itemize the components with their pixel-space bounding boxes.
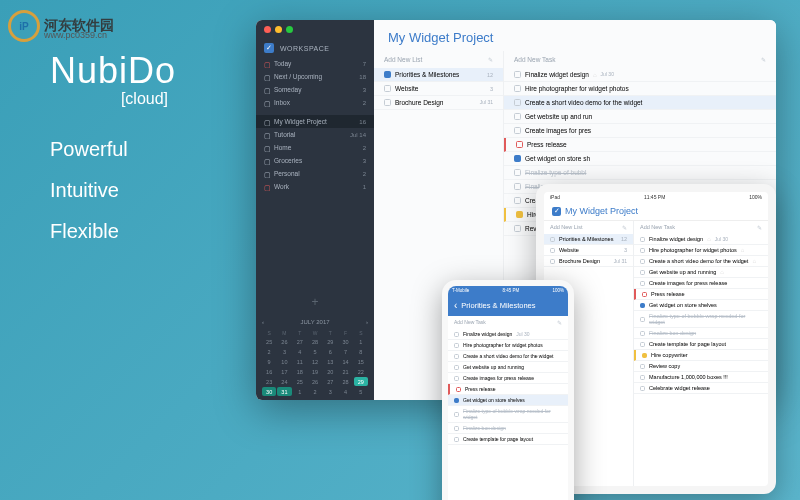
task-row[interactable]: Hire photographer for widget photos xyxy=(504,82,776,96)
cal-day[interactable]: 16 xyxy=(262,367,276,376)
cal-day[interactable]: 8 xyxy=(354,347,368,356)
checkbox-icon[interactable] xyxy=(454,412,459,417)
cal-day[interactable]: 14 xyxy=(338,357,352,366)
cal-day[interactable]: 13 xyxy=(323,357,337,366)
checkbox-icon[interactable] xyxy=(640,248,645,253)
add-task-label[interactable]: Add New Task xyxy=(640,224,675,231)
list-row[interactable]: Brochure DesignJul 31 xyxy=(374,96,503,110)
cal-day[interactable]: 5 xyxy=(308,347,322,356)
task-row[interactable]: Finalize box design xyxy=(448,423,568,434)
task-row[interactable]: Create images for press release xyxy=(448,373,568,384)
cal-day[interactable]: 22 xyxy=(354,367,368,376)
task-row[interactable]: Finalize type of bubble wrap needed for … xyxy=(634,311,768,328)
checkbox-icon[interactable] xyxy=(550,237,555,242)
cal-day[interactable]: 25 xyxy=(293,377,307,386)
cal-day[interactable]: 27 xyxy=(293,337,307,346)
task-row[interactable]: Finalize widget designJul 30 xyxy=(448,329,568,340)
app-icon[interactable]: ✓ xyxy=(552,207,561,216)
cal-day[interactable]: 15 xyxy=(354,357,368,366)
cal-day[interactable]: 10 xyxy=(277,357,291,366)
cal-next-icon[interactable]: › xyxy=(366,319,368,325)
cal-day[interactable]: 3 xyxy=(323,387,337,396)
checkbox-icon[interactable] xyxy=(516,211,523,218)
task-row[interactable]: Celebrate widget release xyxy=(634,383,768,394)
checkbox-icon[interactable] xyxy=(514,127,521,134)
cal-day[interactable]: 30 xyxy=(262,387,276,396)
checkbox-icon[interactable] xyxy=(514,225,521,232)
cal-day[interactable]: 26 xyxy=(277,337,291,346)
checkbox-icon[interactable] xyxy=(454,437,459,442)
cal-day[interactable]: 7 xyxy=(338,347,352,356)
checkbox-icon[interactable] xyxy=(454,426,459,431)
cal-day[interactable]: 25 xyxy=(262,337,276,346)
close-icon[interactable] xyxy=(264,26,271,33)
cal-day[interactable]: 5 xyxy=(354,387,368,396)
checkbox-icon[interactable] xyxy=(640,317,645,322)
cal-day[interactable]: 27 xyxy=(323,377,337,386)
task-row[interactable]: Get website up and running⌂ xyxy=(634,267,768,278)
cal-day[interactable]: 6 xyxy=(323,347,337,356)
task-row[interactable]: Review copy xyxy=(634,361,768,372)
cal-day[interactable]: 28 xyxy=(308,337,322,346)
task-row[interactable]: Press release xyxy=(504,138,776,152)
task-row[interactable]: Finalize widget design⌂Jul 30 xyxy=(504,68,776,82)
checkbox-icon[interactable] xyxy=(456,387,461,392)
checkbox-icon[interactable] xyxy=(514,197,521,204)
edit-icon[interactable]: ✎ xyxy=(488,56,493,63)
edit-icon[interactable]: ✎ xyxy=(557,319,562,326)
task-row[interactable]: Finalize type of bubbl xyxy=(504,166,776,180)
cal-day[interactable]: 23 xyxy=(262,377,276,386)
task-row[interactable]: Get widget on store sh xyxy=(504,152,776,166)
cal-day[interactable]: 1 xyxy=(354,337,368,346)
tag-icon[interactable]: ⌂ xyxy=(720,269,724,275)
checkbox-icon[interactable] xyxy=(384,85,391,92)
checkbox-icon[interactable] xyxy=(454,354,459,359)
tag-icon[interactable]: ⌂ xyxy=(593,72,597,78)
checkbox-icon[interactable] xyxy=(514,169,521,176)
checkbox-icon[interactable] xyxy=(516,141,523,148)
checkbox-icon[interactable] xyxy=(640,342,645,347)
checkbox-icon[interactable] xyxy=(514,155,521,162)
cal-day[interactable]: 2 xyxy=(308,387,322,396)
task-row[interactable]: Create template for page layout xyxy=(634,339,768,350)
checkbox-icon[interactable] xyxy=(640,331,645,336)
tag-icon[interactable]: ⌂ xyxy=(741,247,745,253)
cal-day[interactable]: 3 xyxy=(277,347,291,356)
task-row[interactable]: Create a short video demo for the widget xyxy=(448,351,568,362)
cal-day[interactable]: 26 xyxy=(308,377,322,386)
checkbox-icon[interactable] xyxy=(640,303,645,308)
checkbox-icon[interactable] xyxy=(454,365,459,370)
cal-day[interactable]: 4 xyxy=(293,347,307,356)
sidebar-item[interactable]: ▢Someday3 xyxy=(256,83,374,96)
tag-icon[interactable]: ⌂ xyxy=(707,236,711,242)
cal-day[interactable]: 4 xyxy=(338,387,352,396)
checkbox-icon[interactable] xyxy=(640,270,645,275)
add-list-label[interactable]: Add New List xyxy=(384,56,422,63)
checkbox-icon[interactable] xyxy=(514,183,521,190)
checkbox-icon[interactable] xyxy=(514,71,521,78)
edit-icon[interactable]: ✎ xyxy=(761,56,766,63)
cal-day[interactable]: 19 xyxy=(308,367,322,376)
cal-day[interactable]: 2 xyxy=(262,347,276,356)
cal-day[interactable]: 18 xyxy=(293,367,307,376)
list-row[interactable]: Priorities & Milestones12 xyxy=(544,234,633,245)
checkbox-icon[interactable] xyxy=(550,248,555,253)
checkbox-icon[interactable] xyxy=(454,376,459,381)
edit-icon[interactable]: ✎ xyxy=(757,224,762,231)
edit-icon[interactable]: ✎ xyxy=(622,224,627,231)
list-row[interactable]: Website3 xyxy=(374,82,503,96)
checkbox-icon[interactable] xyxy=(640,375,645,380)
cal-day[interactable]: 29 xyxy=(323,337,337,346)
cal-day[interactable]: 1 xyxy=(293,387,307,396)
sidebar-item[interactable]: ▢Groceries3 xyxy=(256,154,374,167)
sidebar-item[interactable]: ▢Work1 xyxy=(256,180,374,193)
task-row[interactable]: Press release xyxy=(448,384,568,395)
add-task-label[interactable]: Add New Task xyxy=(454,319,486,326)
task-row[interactable]: Create images for pres xyxy=(504,124,776,138)
cal-prev-icon[interactable]: ‹ xyxy=(262,319,264,325)
checkbox-icon[interactable] xyxy=(514,113,521,120)
checkbox-icon[interactable] xyxy=(640,386,645,391)
task-row[interactable]: Get widget on store shelves xyxy=(634,300,768,311)
checkbox-icon[interactable] xyxy=(384,99,391,106)
sidebar-item[interactable]: ▢Today7 xyxy=(256,57,374,70)
